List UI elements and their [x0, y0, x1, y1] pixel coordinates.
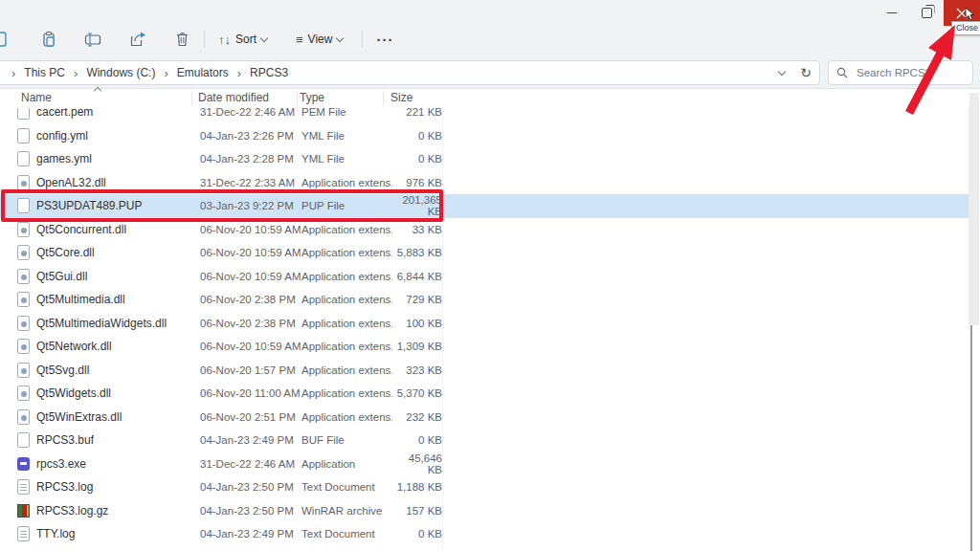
file-row[interactable]: Qt5Core.dll 06-Nov-20 10:59 AM Applicati…	[0, 241, 969, 265]
breadcrumb-this-pc[interactable]: This PC	[22, 66, 67, 79]
file-date: 06-Nov-20 2:38 PM	[200, 318, 301, 329]
file-date: 04-Jan-23 2:28 PM	[200, 153, 301, 165]
file-type: PEM File	[301, 106, 392, 118]
file-size: 6,844 KB	[392, 271, 442, 282]
address-dropdown-button[interactable]	[779, 72, 785, 75]
file-row[interactable]: RPCS3.log.gz 04-Jan-23 2:50 PM WinRAR ar…	[0, 499, 969, 523]
file-row[interactable]: Qt5WinExtras.dll 06-Nov-20 2:51 PM Appli…	[0, 406, 969, 430]
file-name: Qt5Gui.dll	[36, 270, 87, 283]
file-name: OpenAL32.dll	[36, 176, 106, 189]
file-type: Text Document	[301, 481, 392, 493]
dll-file-icon	[17, 386, 30, 401]
file-type: Application extens...	[301, 177, 392, 188]
file-row[interactable]: Qt5Widgets.dll 06-Nov-20 11:00 AM Applic…	[0, 382, 969, 406]
file-size: 33 KB	[392, 224, 442, 235]
file-name: RPCS3.log	[36, 480, 93, 494]
file-row[interactable]: Qt5Svg.dll 06-Nov-20 1:57 PM Application…	[0, 359, 969, 383]
file-row[interactable]: Qt5Network.dll 06-Nov-20 10:59 AM Applic…	[0, 335, 969, 359]
paste-button[interactable]	[33, 27, 65, 52]
dll-file-icon	[17, 363, 30, 378]
command-bar: ↑↓ Sort ≡ View ···	[0, 25, 980, 54]
file-row[interactable]: RPCS3.log 04-Jan-23 2:50 PM Text Documen…	[0, 475, 969, 499]
copy-icon	[0, 31, 15, 48]
file-row[interactable]: Qt5Multimedia.dll 06-Nov-20 2:38 PM Appl…	[0, 288, 969, 312]
file-name: Qt5MultimediaWidgets.dll	[36, 317, 167, 330]
column-header-type[interactable]: Type	[300, 91, 324, 104]
file-date: 31-Dec-22 2:33 AM	[200, 177, 301, 188]
file-type: Application extens...	[301, 387, 392, 399]
file-explorer-window: ↑↓ Sort ≡ View ··· › This PC › Windows (…	[0, 0, 980, 551]
file-file-icon	[17, 151, 30, 166]
rename-button[interactable]	[77, 27, 110, 52]
view-lines-icon: ≡	[296, 33, 303, 46]
file-date: 06-Nov-20 10:59 AM	[200, 247, 301, 258]
exe-file-icon	[17, 457, 30, 471]
file-size: 0 KB	[392, 528, 442, 540]
delete-button[interactable]	[167, 27, 198, 52]
address-bar[interactable]: › This PC › Windows (C:) › Emulators › R…	[0, 60, 820, 85]
annotation-arrow	[880, 8, 980, 132]
file-size: 221 KB	[392, 106, 442, 118]
chevron-down-icon	[260, 33, 268, 41]
breadcrumb-chevron: ›	[157, 66, 174, 80]
file-type: YML File	[301, 153, 392, 165]
column-header-size[interactable]: Size	[390, 91, 412, 104]
file-name: Qt5Multimedia.dll	[36, 293, 125, 306]
chevron-down-icon	[778, 67, 786, 75]
file-list-pane: cacert.pem 31-Dec-22 2:46 AM PEM File 22…	[0, 89, 980, 551]
annotation-highlight-box	[1, 189, 443, 222]
view-button[interactable]: ≡ View	[288, 27, 350, 52]
trash-icon	[174, 31, 190, 48]
file-row[interactable]: games.yml 04-Jan-23 2:28 PM YML File 0 K…	[0, 147, 969, 171]
file-row[interactable]: Qt5Gui.dll 06-Nov-20 10:59 AM Applicatio…	[0, 265, 969, 289]
file-row[interactable]: RPCS3.buf 04-Jan-23 2:49 PM BUF File 0 K…	[0, 429, 969, 452]
vertical-scrollbar-track[interactable]	[970, 325, 972, 551]
file-type: WinRAR archive	[301, 505, 392, 517]
file-name: TTY.log	[36, 527, 75, 540]
file-name: config.yml	[36, 129, 88, 143]
column-header-row: Name Date modified Type Size	[0, 89, 969, 108]
breadcrumb-chevron: ›	[231, 66, 248, 80]
file-size: 1,309 KB	[392, 341, 442, 352]
file-date: 06-Nov-20 10:59 AM	[200, 224, 301, 235]
file-row[interactable]: TTY.log 04-Jan-23 2:49 PM Text Document …	[0, 522, 969, 546]
paste-icon	[40, 31, 57, 48]
share-button[interactable]	[122, 27, 155, 52]
file-date: 06-Nov-20 2:51 PM	[200, 411, 301, 423]
refresh-button[interactable]: ↻	[800, 65, 812, 80]
file-date: 06-Nov-20 1:57 PM	[200, 364, 301, 376]
more-options-button[interactable]: ···	[368, 27, 401, 52]
sort-button[interactable]: ↑↓ Sort	[211, 27, 275, 52]
file-name: rpcs3.exe	[36, 457, 86, 471]
column-header-date-modified[interactable]: Date modified	[198, 91, 269, 104]
rename-icon	[84, 31, 102, 48]
file-name: Qt5Widgets.dll	[36, 386, 111, 400]
file-size: 45,646 KB	[392, 452, 442, 475]
file-name: games.yml	[36, 152, 92, 165]
column-divider[interactable]	[191, 91, 192, 106]
breadcrumb-rpcs3[interactable]: RPCS3	[248, 66, 290, 79]
address-row: › This PC › Windows (C:) › Emulators › R…	[0, 59, 980, 88]
breadcrumb-windows-c[interactable]: Windows (C:)	[84, 66, 157, 79]
dll-file-icon	[17, 292, 30, 307]
file-row[interactable]: Qt5MultimediaWidgets.dll 06-Nov-20 2:38 …	[0, 312, 969, 336]
file-size: 100 KB	[392, 318, 442, 329]
sort-ascending-icon	[94, 87, 101, 95]
file-size: 0 KB	[392, 130, 442, 142]
file-type: Application extens...	[301, 224, 392, 235]
file-row[interactable]: rpcs3.exe 31-Dec-22 2:46 AM Application …	[0, 452, 969, 476]
file-type: Application extens...	[301, 364, 392, 376]
breadcrumb-emulators[interactable]: Emulators	[175, 66, 231, 79]
file-type: Application extens...	[301, 247, 392, 258]
file-type: Application extens...	[301, 341, 392, 352]
file-size: 157 KB	[392, 505, 442, 517]
file-date: 06-Nov-20 2:38 PM	[200, 294, 301, 305]
copy-button[interactable]	[0, 27, 23, 52]
column-divider[interactable]	[383, 91, 384, 106]
column-divider[interactable]	[297, 91, 298, 106]
file-size: 232 KB	[392, 411, 442, 423]
file-row[interactable]: config.yml 04-Jan-23 2:26 PM YML File 0 …	[0, 124, 969, 148]
column-header-name[interactable]: Name	[21, 91, 52, 104]
file-size: 5,370 KB	[392, 387, 442, 399]
dll-file-icon	[17, 339, 30, 354]
